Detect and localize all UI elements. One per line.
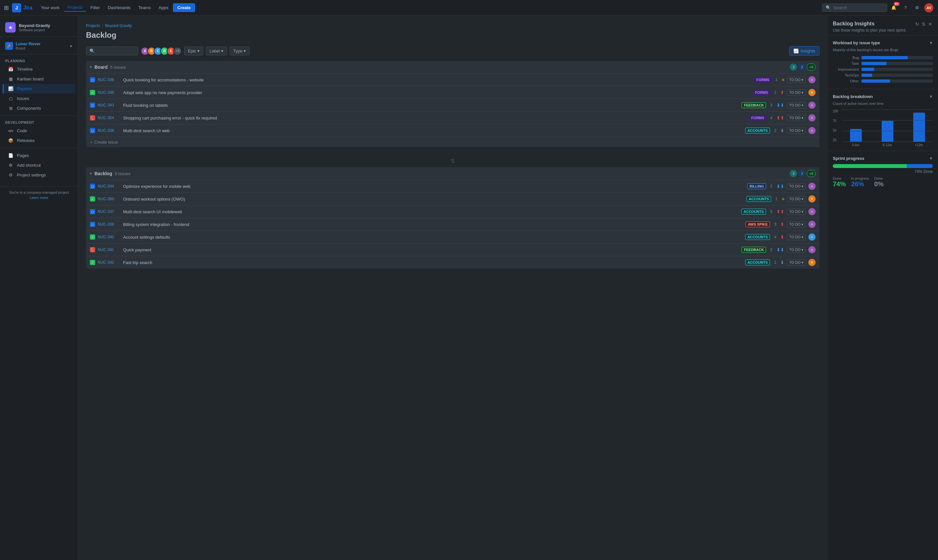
table-row[interactable]: 🐛 NUC-341 Quick payment FEEDBACK 2 ⬇⬇ TO… <box>86 243 819 256</box>
table-row[interactable]: ◻ NUC-343 Fluid booking on tablets FEEDB… <box>86 99 819 112</box>
issue-key[interactable]: NUC-343 <box>98 103 120 108</box>
workload-collapse-icon[interactable]: ▾ <box>929 39 933 46</box>
issue-summary: Onboard workout options (OWO) <box>123 197 744 202</box>
avatar-group[interactable]: A B C D E +3 <box>141 47 182 55</box>
insights-filter-icon[interactable]: ⇅ <box>921 21 926 27</box>
sidebar-item-code[interactable]: </> Code <box>3 126 75 135</box>
issue-label[interactable]: BILLING <box>747 183 766 189</box>
avatar: A <box>809 246 816 253</box>
issue-label[interactable]: FEEDBACK <box>742 247 766 253</box>
table-row[interactable]: 🐛 NUC-354 Shopping cart purchasing error… <box>86 112 819 125</box>
breakdown-collapse-icon[interactable]: ▾ <box>929 93 933 100</box>
sidebar-item-add-shortcut[interactable]: ⚙ Add shortcut <box>3 160 75 170</box>
status-badge[interactable]: TO DO▾ <box>787 128 806 134</box>
status-badge[interactable]: TO DO▾ <box>787 260 806 266</box>
sidebar-item-pages[interactable]: 📄 Pages <box>3 151 75 160</box>
issue-key[interactable]: NUC-344 <box>98 184 120 189</box>
table-row[interactable]: ✓ NUC-346 Adapt web app no new payments … <box>86 86 819 99</box>
board-selector[interactable]: 🚀 Lunar Rover Board ▸ <box>0 39 78 51</box>
teams-menu[interactable]: Teams <box>135 4 154 11</box>
sidebar-item-reports[interactable]: 📊 Reports <box>3 84 75 94</box>
status-badge[interactable]: TO DO▾ <box>787 102 806 108</box>
table-row[interactable]: ✓ NUC-340 Account settings defaults ACCO… <box>86 231 819 243</box>
avatar-more[interactable]: +3 <box>173 47 182 55</box>
issue-key[interactable]: NUC-336 <box>98 77 120 82</box>
table-row[interactable]: ✓ NUC-360 Onboard workout options (OWO) … <box>86 193 819 205</box>
dashboards-menu[interactable]: Dashboards <box>105 4 134 11</box>
sprint-collapse-icon[interactable]: ▾ <box>929 155 933 162</box>
table-row[interactable]: ◻ NUC-339 Billing system integration - f… <box>86 218 819 231</box>
projects-menu[interactable]: Projects <box>64 3 86 12</box>
issue-key[interactable]: NUC-339 <box>98 222 120 227</box>
status-badge[interactable]: TO DO▾ <box>787 183 806 189</box>
table-row[interactable]: ◻ NUC-336 Quick booking for accomodation… <box>86 74 819 86</box>
issue-label[interactable]: FEEDBACK <box>742 102 766 108</box>
issue-key[interactable]: NUC-360 <box>98 197 120 201</box>
user-avatar[interactable]: AV <box>924 3 934 13</box>
issue-label[interactable]: FORMS <box>749 115 766 120</box>
sidebar-item-kanban[interactable]: ▦ Kanban board <box>3 74 75 84</box>
status-badge[interactable]: TO DO▾ <box>787 247 806 253</box>
issue-key[interactable]: NUC-341 <box>98 248 120 252</box>
issue-label[interactable]: ACCOUNTS <box>745 128 770 134</box>
issue-label[interactable]: ACCOUNTS <box>745 260 770 265</box>
table-row[interactable]: ◻ NUC-344 Optimize experience for mobile… <box>86 180 819 193</box>
your-work-menu[interactable]: Your work <box>37 4 63 11</box>
issue-label[interactable]: ACCOUNTS <box>747 196 771 202</box>
issue-label[interactable]: ACCOUNTS <box>745 234 770 240</box>
jira-logo[interactable]: J Jira <box>12 3 32 12</box>
type-filter[interactable]: Type ▾ <box>229 46 250 55</box>
code-icon: </> <box>8 129 14 133</box>
backlog-search-input[interactable] <box>97 49 132 53</box>
help-button[interactable]: ? <box>900 3 911 13</box>
status-badge[interactable]: TO DO▾ <box>787 222 806 228</box>
table-row[interactable]: ✓ NUC-342 Fast trip search ACCOUNTS 1 ⬇ … <box>86 256 819 269</box>
status-badge[interactable]: TO DO▾ <box>787 115 806 121</box>
apps-menu[interactable]: Apps <box>156 4 172 11</box>
sidebar-item-timeline[interactable]: 📅 Timeline <box>3 65 75 74</box>
sidebar-item-releases[interactable]: 📦 Releases <box>3 136 75 145</box>
issue-label[interactable]: FORMS <box>754 77 771 82</box>
sidebar-item-project-settings[interactable]: ⚙ Project settings <box>3 170 75 180</box>
breadcrumb-project[interactable]: Beyond Gravity <box>105 23 132 28</box>
learn-more-link[interactable]: Learn more <box>5 196 72 200</box>
issue-label[interactable]: FORMS <box>753 90 770 95</box>
board-section-header[interactable]: Board 5 issues 3 2 +0 <box>86 61 819 73</box>
grid-icon[interactable]: ⊞ <box>4 4 9 11</box>
status-badge[interactable]: TO DO▾ <box>787 196 806 202</box>
sidebar-item-pages-label: Pages <box>17 153 29 158</box>
backlog-search[interactable]: 🔍 <box>86 46 138 55</box>
status-badge[interactable]: TO DO▾ <box>787 77 806 83</box>
board-section-title: Board <box>94 65 108 70</box>
issue-key[interactable]: NUC-354 <box>98 115 120 120</box>
section-divider[interactable]: ⇅ <box>86 155 819 167</box>
label-filter[interactable]: Label ▾ <box>206 46 227 55</box>
issue-key[interactable]: NUC-346 <box>98 90 120 95</box>
issue-key[interactable]: NUC-338 <box>98 128 120 133</box>
status-badge[interactable]: TO DO▾ <box>787 209 806 215</box>
breadcrumb-projects[interactable]: Projects <box>86 23 100 28</box>
create-issue-button[interactable]: + Create issue <box>86 137 819 147</box>
status-badge[interactable]: TO DO▾ <box>787 234 806 240</box>
issue-label[interactable]: AWS SPIKE <box>745 222 770 227</box>
issue-label[interactable]: ACCOUNTS <box>741 209 766 215</box>
insights-refresh-icon[interactable]: ↻ <box>915 21 920 27</box>
filter-menu[interactable]: Filter <box>87 4 103 11</box>
table-row[interactable]: ◻ NUC-337 Multi-dest search UI mobileweb… <box>86 205 819 218</box>
backlog-section-header[interactable]: Backlog 8 issues 3 2 +0 <box>86 167 819 180</box>
sidebar-item-issues[interactable]: ◻ Issues <box>3 94 75 103</box>
table-row[interactable]: ◻ NUC-338 Multi-dest search UI web ACCOU… <box>86 125 819 137</box>
settings-button[interactable]: ⚙ <box>912 3 923 13</box>
search-input[interactable] <box>833 5 879 10</box>
issue-key[interactable]: NUC-340 <box>98 235 120 239</box>
insights-close-icon[interactable]: ✕ <box>927 21 933 27</box>
status-badge[interactable]: TO DO▾ <box>787 89 806 96</box>
epic-filter[interactable]: Epic ▾ <box>184 46 203 55</box>
create-button[interactable]: Create <box>173 3 195 12</box>
search-bar[interactable]: 🔍 <box>822 3 887 12</box>
sidebar-item-components[interactable]: ⊞ Components <box>3 103 75 113</box>
notifications-button[interactable]: 🔔 9+ <box>889 3 899 13</box>
insights-button[interactable]: 📈 Insights <box>789 46 819 56</box>
issue-key[interactable]: NUC-342 <box>98 260 120 265</box>
issue-key[interactable]: NUC-337 <box>98 209 120 214</box>
